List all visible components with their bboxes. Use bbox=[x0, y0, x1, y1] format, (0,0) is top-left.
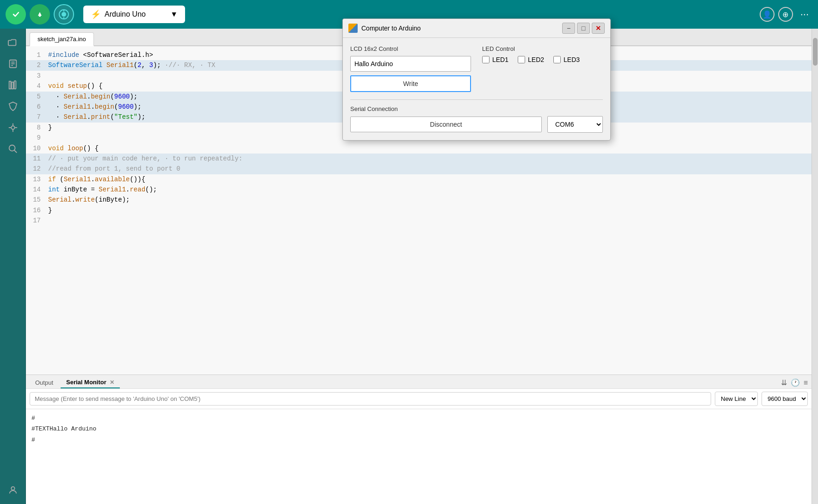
close-button[interactable]: ✕ bbox=[592, 23, 605, 34]
dialog-titlebar: Computer to Arduino − □ ✕ bbox=[343, 19, 610, 38]
lcd-section: LCD 16x2 Control Write bbox=[350, 45, 471, 92]
scrollbar-thumb[interactable] bbox=[813, 38, 818, 66]
led-section-label: LED Control bbox=[482, 45, 603, 52]
lcd-text-input[interactable] bbox=[350, 56, 471, 72]
verify-button[interactable] bbox=[6, 4, 26, 25]
dialog-title: Computer to Arduino bbox=[361, 25, 558, 32]
led2-label: LED2 bbox=[528, 56, 544, 63]
svg-rect-3 bbox=[39, 16, 41, 17]
serial-conn-label: Serial Connection bbox=[350, 105, 603, 112]
serial-line-2: #TEXTHallo Arduino bbox=[31, 424, 806, 434]
svg-point-5 bbox=[62, 12, 66, 17]
usb-icon: ⚡ bbox=[91, 9, 101, 19]
tab-output-label: Output bbox=[35, 379, 53, 386]
user-avatar-icon: 👤 bbox=[762, 10, 772, 19]
code-line-15: 15 Serial.write(inByte); bbox=[26, 195, 812, 205]
sidebar-item-debug[interactable] bbox=[4, 118, 22, 137]
tab-serial-monitor[interactable]: Serial Monitor ✕ bbox=[61, 377, 120, 388]
right-scrollbar[interactable] bbox=[812, 29, 818, 504]
tab-serial-label: Serial Monitor bbox=[66, 379, 106, 386]
serial-output: # #TEXTHallo Arduino # bbox=[26, 409, 812, 504]
tab-label: sketch_jan27a.ino bbox=[37, 36, 86, 43]
new-line-select[interactable]: New Line bbox=[715, 392, 758, 406]
led3-checkbox[interactable] bbox=[553, 56, 561, 63]
led3-item[interactable]: LED3 bbox=[553, 56, 580, 63]
serial-line-1: # bbox=[31, 413, 806, 424]
sidebar-item-sketchbook[interactable] bbox=[4, 55, 22, 73]
tab-output[interactable]: Output bbox=[30, 377, 59, 388]
debug-button[interactable] bbox=[54, 4, 74, 25]
svg-point-0 bbox=[11, 10, 20, 19]
settings-icon: ⊕ bbox=[782, 10, 788, 19]
svg-point-20 bbox=[9, 145, 15, 151]
upload-button[interactable] bbox=[30, 4, 50, 25]
serial-conn-section: Serial Connection Disconnect COM6 COM5 C… bbox=[343, 105, 610, 140]
led2-item[interactable]: LED2 bbox=[518, 56, 544, 63]
sidebar-item-boards[interactable] bbox=[4, 97, 22, 116]
dialog-titlebar-buttons: − □ ✕ bbox=[562, 23, 605, 34]
sidebar-item-folder[interactable] bbox=[4, 33, 22, 52]
com-port-select[interactable]: COM6 COM5 COM4 bbox=[547, 116, 603, 133]
led1-label: LED1 bbox=[492, 56, 508, 63]
svg-rect-12 bbox=[9, 81, 11, 89]
sidebar-item-library[interactable] bbox=[4, 76, 22, 94]
svg-line-21 bbox=[14, 150, 17, 153]
serial-line-3: # bbox=[31, 435, 806, 445]
dialog-divider bbox=[350, 99, 603, 100]
user-avatar[interactable]: 👤 bbox=[760, 7, 775, 22]
filter-button[interactable]: ≡ bbox=[804, 378, 808, 387]
sidebar-item-user[interactable] bbox=[4, 481, 22, 499]
more-options-button[interactable]: ··· bbox=[797, 6, 812, 22]
settings-icon-btn[interactable]: ⊕ bbox=[778, 7, 793, 22]
bottom-tabs: Output Serial Monitor ✕ ⇊ 🕐 ≡ bbox=[26, 375, 812, 389]
bottom-tab-icons: ⇊ 🕐 ≡ bbox=[781, 378, 808, 387]
board-selector[interactable]: ⚡ Arduino Uno ▼ bbox=[83, 6, 185, 23]
maximize-button[interactable]: □ bbox=[577, 23, 590, 34]
code-line-16: 16 } bbox=[26, 205, 812, 215]
sidebar bbox=[0, 29, 26, 504]
dialog-body: LCD 16x2 Control Write LED Control LED1 … bbox=[343, 38, 610, 99]
baud-select[interactable]: 9600 baud bbox=[762, 392, 808, 406]
svg-rect-14 bbox=[14, 81, 16, 89]
timestamp-button[interactable]: 🕐 bbox=[791, 378, 800, 387]
svg-rect-13 bbox=[12, 82, 13, 89]
code-line-17: 17 bbox=[26, 215, 812, 226]
svg-point-15 bbox=[11, 126, 14, 129]
dialog-window: Computer to Arduino − □ ✕ LCD 16x2 Contr… bbox=[342, 18, 611, 141]
svg-point-22 bbox=[11, 487, 14, 490]
toolbar-right: 👤 ⊕ ··· bbox=[760, 6, 812, 22]
serial-message-input[interactable] bbox=[30, 392, 711, 406]
scroll-to-bottom-button[interactable]: ⇊ bbox=[781, 378, 787, 387]
minimize-button[interactable]: − bbox=[562, 23, 575, 34]
code-line-13: 13 if (Serial1.available()){ bbox=[26, 174, 812, 184]
tab-close-icon[interactable]: ✕ bbox=[110, 379, 114, 386]
code-line-12: 12 //read from port 1, send to port 0 bbox=[26, 164, 812, 174]
code-line-11: 11 // · put your main code here, · to ru… bbox=[26, 154, 812, 164]
code-line-14: 14 int inByte = Serial1.read(); bbox=[26, 184, 812, 195]
write-button[interactable]: Write bbox=[350, 75, 471, 92]
serial-input-row: New Line 9600 baud bbox=[26, 389, 812, 409]
led-checkboxes: LED1 LED2 LED3 bbox=[482, 56, 603, 63]
led1-item[interactable]: LED1 bbox=[482, 56, 508, 63]
dropdown-arrow-icon: ▼ bbox=[170, 10, 178, 18]
led3-label: LED3 bbox=[564, 56, 580, 63]
led-section: LED Control LED1 LED2 LED3 bbox=[482, 45, 603, 92]
sidebar-item-search[interactable] bbox=[4, 140, 22, 158]
dialog-icon bbox=[348, 24, 358, 33]
board-name: Arduino Uno bbox=[105, 10, 146, 18]
led2-checkbox[interactable] bbox=[518, 56, 525, 63]
serial-conn-row: Disconnect COM6 COM5 COM4 bbox=[350, 116, 603, 133]
code-line-10: 10 void loop() { bbox=[26, 143, 812, 154]
disconnect-button[interactable]: Disconnect bbox=[350, 117, 542, 132]
tab-sketch[interactable]: sketch_jan27a.ino bbox=[30, 32, 94, 46]
led1-checkbox[interactable] bbox=[482, 56, 490, 63]
bottom-panel: Output Serial Monitor ✕ ⇊ 🕐 ≡ New Line bbox=[26, 375, 812, 504]
lcd-section-label: LCD 16x2 Control bbox=[350, 45, 471, 52]
